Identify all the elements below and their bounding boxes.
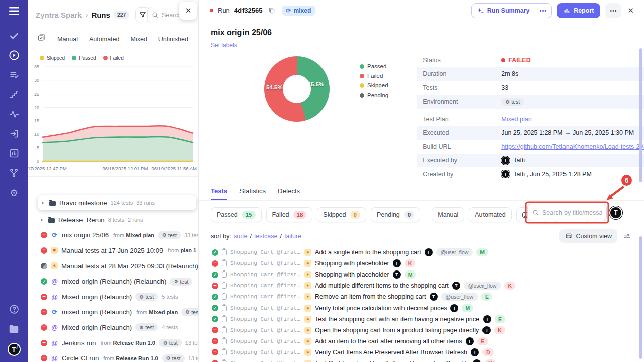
set-labels-link[interactable]: Set labels <box>211 42 237 49</box>
runs-tab[interactable]: Automated <box>89 36 119 43</box>
detail-tab[interactable]: Tests <box>211 187 227 200</box>
sort-link[interactable]: suite <box>234 233 247 240</box>
select-runs-icon[interactable] <box>38 34 45 44</box>
chevron-right-icon[interactable]: › <box>42 199 46 206</box>
test-status-icon <box>212 249 218 256</box>
copy-icon[interactable] <box>268 7 275 14</box>
environment-chip: test <box>501 98 524 106</box>
nav-rail: ⚙ T <box>0 0 28 362</box>
activity-pulse-icon[interactable] <box>9 109 20 120</box>
launches-icon[interactable] <box>9 128 20 139</box>
test-row[interactable]: Shopping Cart @first… Shopping with plac… <box>199 269 644 280</box>
run-title: mixed origin (Relaunch) (Relaunch) <box>62 278 166 285</box>
projects-folder-icon[interactable] <box>9 323 20 334</box>
filter-chip[interactable]: Manual <box>432 207 464 222</box>
filter-chip[interactable]: Automated <box>469 207 511 222</box>
report-chart-icon <box>564 7 570 14</box>
run-list-item[interactable]: › Release: Rerun 8 tests 2 runs <box>28 212 198 228</box>
run-summary-section: 45.5% 54.5% Passed Failed <box>199 49 644 181</box>
test-row[interactable]: Shopping Cart @first… Open the shopping … <box>199 325 644 336</box>
test-row[interactable]: Shopping Cart @first… Shopping with plac… <box>199 258 644 269</box>
settings-gear-icon[interactable]: ⚙ <box>9 187 20 198</box>
run-list-item[interactable]: Mixed origin (Relaunch) test 4 tests <box>28 320 198 335</box>
sort-link[interactable]: testcase <box>254 233 278 240</box>
run-type-icon <box>51 247 58 254</box>
breadcrumb-page: Runs <box>91 11 110 19</box>
filter-chip[interactable]: Passed 15 <box>211 207 262 222</box>
run-title: Circle CI run <box>62 354 99 362</box>
close-run-icon[interactable]: ✕ <box>626 6 635 15</box>
test-row[interactable]: Shopping Cart @first… Test Cart Function… <box>199 358 644 362</box>
run-summary-button[interactable]: Run Summary ••• <box>471 3 552 18</box>
test-suite: Shopping Cart @first… <box>230 327 301 333</box>
hamburger-menu-icon[interactable] <box>9 7 19 17</box>
legend-dot <box>360 93 364 98</box>
test-row[interactable]: Shopping Cart @first… Test the shopping … <box>199 314 644 325</box>
detail-tab[interactable]: Defects <box>278 187 300 200</box>
testcase-clipboard-icon <box>222 249 227 255</box>
reports-chart-icon[interactable] <box>9 148 20 159</box>
run-tests-count: 124 tests <box>111 200 133 206</box>
runs-tab[interactable]: Mixed <box>130 36 147 43</box>
test-row[interactable]: Shopping Cart @first… Verify Cart Items … <box>199 347 644 358</box>
detail-link[interactable]: Mixed plan <box>501 116 531 123</box>
run-type-icon <box>51 231 58 239</box>
trend-chart-legend: Skipped Passed Failed <box>28 54 198 63</box>
search-icon <box>532 209 539 216</box>
report-button[interactable]: Report <box>557 3 600 18</box>
detail-tab[interactable]: Statistics <box>239 187 266 200</box>
test-row[interactable]: Shopping Cart @first… Add multiple diffe… <box>199 280 644 291</box>
legend-dot <box>72 56 76 60</box>
test-row[interactable]: Shopping Cart @first… Verify total price… <box>199 302 644 313</box>
run-title: Manual tests at 17 Jun 2025 10:09 <box>61 247 163 254</box>
test-row[interactable]: Shopping Cart @first… Remove an item fro… <box>199 291 644 302</box>
run-list-item[interactable]: Manual tests at 17 Jun 2025 10:09 from p… <box>28 243 198 258</box>
test-letter-badge: M <box>476 248 488 256</box>
filter-chip[interactable]: Pending 0 <box>371 207 420 222</box>
testcase-clipboard-icon <box>222 294 227 300</box>
run-list-item[interactable]: Circle CI run from Release Run 1.0 test … <box>28 350 198 362</box>
run-list-item[interactable]: mixed origin (Relaunch) (Relaunch) test <box>28 274 198 289</box>
run-list-item[interactable]: Jenkins run from Release Run 1.0 test 13… <box>28 335 198 351</box>
detail-label: Created by <box>417 171 501 178</box>
panel-close-icon[interactable]: ✕ <box>179 2 197 20</box>
test-cases-icon[interactable] <box>9 69 20 80</box>
tests-search-input[interactable] <box>542 209 602 216</box>
custom-view-button[interactable]: Custom view <box>559 229 617 243</box>
runs-play-icon[interactable] <box>9 50 20 61</box>
chevron-right-icon[interactable]: › <box>41 216 45 223</box>
runs-tab[interactable]: Manual <box>57 36 78 43</box>
assignee-avatar[interactable]: T <box>609 206 622 219</box>
more-actions-button[interactable]: ••• <box>605 3 621 18</box>
user-avatar[interactable]: T <box>8 343 21 356</box>
milestones-stairs-icon[interactable] <box>9 89 20 100</box>
run-list-item[interactable]: Manual tests at 28 Mar 2025 09:33 (Relau… <box>28 258 198 274</box>
manual-test-icon <box>304 293 311 300</box>
test-row[interactable]: Shopping Cart @first… Add a single item … <box>199 247 644 258</box>
check-icon[interactable] <box>9 30 20 41</box>
runs-tab[interactable]: Unfinished <box>158 36 188 43</box>
run-list-item[interactable]: mix origin 25/06 from Mixed plan test 33… <box>28 228 198 243</box>
run-list-item[interactable]: Mixed origin (Relaunch) test 5 tests <box>28 289 198 305</box>
manual-test-icon <box>304 305 311 312</box>
filter-chip[interactable]: Failed 18 <box>266 207 313 222</box>
svg-text:15: 15 <box>34 118 39 123</box>
breadcrumb-app[interactable]: Zyntra Spark <box>36 11 82 19</box>
help-icon[interactable] <box>9 304 20 315</box>
integrations-branch-icon[interactable] <box>9 167 20 178</box>
run-type-icon <box>51 262 58 269</box>
run-list-item[interactable]: › Bravo milestone 124 tests 33 runs <box>38 195 196 210</box>
detail-text: Jun 25, 2025 1:28 PM → Jun 25, 2025 1:30… <box>501 129 634 136</box>
details-scrollbar[interactable] <box>639 48 642 182</box>
run-list-item[interactable]: mixed origin (Relaunch) from Mixed plan … <box>28 305 198 320</box>
detail-link[interactable]: https://github.com/TetianaKhomenko/Load-… <box>501 143 644 150</box>
search-icon <box>152 12 158 18</box>
sort-link[interactable]: failure <box>284 233 301 240</box>
filter-chip[interactable]: Skipped 0 <box>317 207 366 222</box>
run-summary-more-icon[interactable]: ••• <box>535 8 552 14</box>
detail-label: Duration <box>417 70 501 77</box>
tests-scrollbar[interactable] <box>639 236 642 359</box>
test-row[interactable]: Shopping Cart @first… Add an item to the… <box>199 336 644 347</box>
sliders-icon[interactable] <box>623 233 631 240</box>
detail-text: 33 <box>501 84 508 92</box>
